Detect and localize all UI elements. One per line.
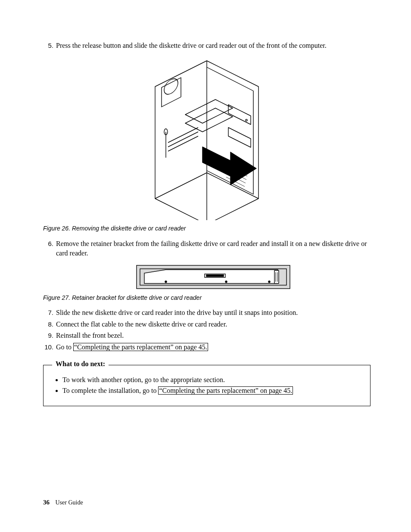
cross-reference-link[interactable]: “Completing the parts replacement” on pa… [73, 343, 208, 351]
footer-title: User Guide [56, 499, 83, 506]
figure-26 [56, 56, 371, 220]
svg-rect-11 [274, 271, 279, 283]
svg-point-8 [268, 281, 270, 283]
cross-reference-link[interactable]: “Completing the parts replacement” on pa… [158, 386, 293, 395]
step-7: 7. Slide the new diskette drive or card … [43, 308, 371, 317]
page-number: 36 [43, 499, 50, 506]
step-text: Press the release button and slide the d… [56, 42, 327, 49]
svg-point-6 [165, 281, 167, 283]
step-8: 8. Connect the flat cable to the new dis… [43, 320, 371, 329]
page-footer: 36 User Guide [43, 499, 83, 506]
computer-tower-illustration [142, 56, 284, 220]
step-text: Reinstall the front bezel. [56, 332, 124, 339]
step-text: Remove the retainer bracket from the fai… [56, 240, 367, 257]
step-5: 5. Press the release button and slide th… [43, 41, 371, 233]
step-number: 10. [43, 342, 53, 352]
svg-rect-10 [206, 275, 224, 277]
page-content: 5. Press the release button and slide th… [43, 41, 371, 406]
figure-26-caption: Figure 26. Removing the diskette drive o… [43, 224, 371, 233]
step-text: Connect the flat cable to the new disket… [56, 320, 227, 328]
box-item-2: To complete the installation, go to “Com… [62, 386, 361, 395]
step-number: 8. [43, 320, 53, 329]
svg-point-0 [246, 119, 247, 121]
step-10: 10. Go to “Completing the parts replacem… [43, 342, 371, 352]
step-number: 5. [43, 41, 53, 50]
step-number: 7. [43, 308, 53, 317]
step-text: Slide the new diskette drive or card rea… [56, 309, 298, 316]
box-item-2-prefix: To complete the installation, go to [62, 387, 158, 394]
svg-point-7 [225, 281, 227, 283]
box-item-1: To work with another option, go to the a… [62, 375, 361, 385]
svg-point-2 [164, 76, 178, 97]
figure-27 [56, 264, 371, 289]
box-title: What to do next: [52, 360, 109, 368]
step-number: 6. [43, 239, 53, 248]
what-to-do-next-box: What to do next: To work with another op… [43, 365, 371, 406]
retainer-bracket-illustration [136, 264, 291, 289]
step-9: 9. Reinstall the front bezel. [43, 331, 371, 340]
step-number: 9. [43, 331, 53, 340]
step-6: 6. Remove the retainer bracket from the … [43, 239, 371, 302]
box-list: To work with another option, go to the a… [53, 375, 361, 395]
figure-27-caption: Figure 27. Retainer bracket for diskette… [43, 294, 371, 302]
step-list: 5. Press the release button and slide th… [43, 41, 371, 352]
step-text-prefix: Go to [56, 343, 73, 351]
